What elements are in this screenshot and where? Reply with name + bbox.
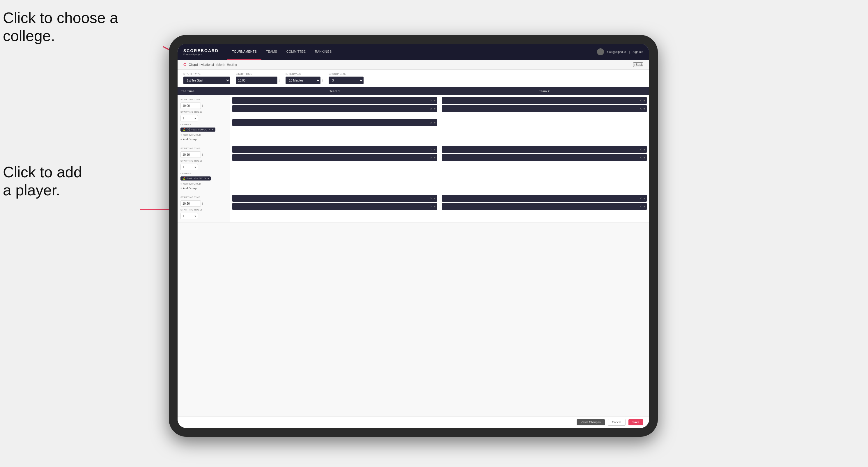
course-slot-x-1[interactable]: ✕ (430, 121, 432, 124)
player-slot-3-2[interactable]: ✕ ▾ (232, 203, 437, 210)
starting-time-input-1[interactable] (181, 102, 201, 109)
hole-chevron-1: ▾ (194, 117, 196, 120)
start-type-group: Start Type 1st Tee Start (183, 72, 230, 84)
brand-sub: Powered by clippd (183, 53, 219, 56)
time-input-row-2: ℹ (181, 151, 227, 158)
slot-x-btn-2-1[interactable]: ✕ (430, 148, 432, 151)
course-label-1: COURSE: (181, 123, 227, 126)
team1-col-2: ✕ ▾ ✕ ▾ (230, 144, 439, 193)
slot-chevron-btn-2-1[interactable]: ▾ (434, 148, 435, 151)
team2-slot-chevron-3-2[interactable]: ▾ (644, 205, 645, 208)
back-button[interactable]: ‹ Back (633, 62, 643, 67)
team2-slot-3-2[interactable]: ✕ ▾ (442, 203, 647, 210)
save-button[interactable]: Save (628, 419, 643, 425)
hole-value-3: 1 (183, 215, 184, 218)
slot-chevron-btn-1-1[interactable]: ▾ (434, 99, 435, 102)
team2-slot-x-3-2[interactable]: ✕ (640, 205, 642, 208)
annotation-add-player: Click to add a player. (3, 163, 82, 199)
group-size-select[interactable]: 3 (329, 76, 364, 84)
team2-slot-x-2-2[interactable]: ✕ (640, 156, 642, 159)
slot-chevron-btn-3-2[interactable]: ▾ (434, 205, 435, 208)
course-tag-2[interactable]: ⛳ East Lake GC ✕ ▾ (181, 177, 211, 181)
hole-select-2[interactable]: 1 ▾ (181, 164, 198, 170)
starting-time-input-2[interactable] (181, 151, 201, 158)
breadcrumb: C Clippd Invitational (Men) Hosting (183, 62, 237, 67)
nav-tournaments[interactable]: TOURNAMENTS (227, 44, 261, 60)
start-time-input[interactable] (236, 76, 277, 84)
tee-left-1: STARTING TIME: ℹ STARTING HOLE: 1 ▾ COUR… (178, 95, 230, 144)
slot-chevron-btn-1-2[interactable]: ▾ (434, 107, 435, 110)
team2-slot-chevron-2-1[interactable]: ▾ (644, 148, 645, 151)
course-chevron-2[interactable]: ▾ (208, 177, 209, 180)
intervals-select[interactable]: 10 Minutes (285, 76, 320, 84)
team2-slot-chevron-1-2[interactable]: ▾ (644, 107, 645, 110)
time-input-row-3: ℹ (181, 200, 227, 207)
nav-rankings[interactable]: RANKINGS (310, 44, 336, 60)
team2-slot-chevron-3-1[interactable]: ▾ (644, 197, 645, 200)
team2-col-2: ✕ ▾ ✕ ▾ (439, 144, 649, 193)
team2-slot-3-1[interactable]: ✕ ▾ (442, 195, 647, 202)
slot-x-btn-1-2[interactable]: ✕ (430, 107, 432, 110)
separator: | (629, 50, 630, 54)
starting-time-label-2: STARTING TIME: (181, 147, 227, 150)
tablet-device: SCOREBOARD Powered by clippd TOURNAMENTS… (169, 35, 658, 437)
sign-out-link[interactable]: Sign out (632, 50, 643, 54)
hole-select-3[interactable]: 1 ▾ (181, 213, 198, 219)
add-icon-2: + (181, 187, 182, 190)
th-team2: Team 2 (439, 87, 649, 95)
course-chevron-1[interactable]: ▾ (212, 128, 214, 131)
remove-group-btn-1[interactable]: ○ Remove Group (181, 133, 227, 136)
team2-slot-x-1-1[interactable]: ✕ (640, 99, 642, 102)
course-tag-1[interactable]: ⛳ (A) Peachtree GC ✕ ▾ (181, 127, 215, 132)
time-input-row-1: ℹ (181, 102, 227, 109)
team1-col-1: ✕ ▾ ✕ ▾ ✕ ▾ (230, 95, 439, 144)
team2-slot-chevron-2-2[interactable]: ▾ (644, 156, 645, 159)
course-slot-chevron-1[interactable]: ▾ (434, 121, 435, 124)
annotation-choose-college: Click to choose a college. (3, 9, 118, 45)
add-group-btn-1[interactable]: + Add Group (181, 138, 227, 141)
slot-x-btn-2-2[interactable]: ✕ (430, 156, 432, 159)
team1-col-3: ✕ ▾ ✕ ▾ (230, 193, 439, 222)
team2-col-3: ✕ ▾ ✕ ▾ (439, 193, 649, 222)
intervals-group: Intervals 10 Minutes ℹ (285, 72, 323, 84)
team2-slot-x-3-1[interactable]: ✕ (640, 197, 642, 200)
th-tee-time: Tee Time (178, 87, 230, 95)
starting-hole-label-3: STARTING HOLE: (181, 209, 227, 211)
course-remove-x-2[interactable]: ✕ (204, 177, 206, 180)
brand-title: SCOREBOARD (183, 48, 219, 53)
team2-slot-2-1[interactable]: ✕ ▾ (442, 146, 647, 153)
player-slot-3-1[interactable]: ✕ ▾ (232, 195, 437, 202)
remove-group-btn-2[interactable]: ○ Remove Group (181, 182, 227, 185)
starting-time-input-3[interactable] (181, 200, 201, 207)
hole-chevron-2: ▾ (194, 166, 196, 169)
cancel-button[interactable]: Cancel (608, 419, 625, 426)
player-slot-1-1[interactable]: ✕ ▾ (232, 97, 437, 104)
slot-x-btn-1-1[interactable]: ✕ (430, 99, 432, 102)
team2-slot-x-2-1[interactable]: ✕ (640, 148, 642, 151)
slot-chevron-btn-3-1[interactable]: ▾ (434, 197, 435, 200)
hosting-label: Hosting (227, 63, 237, 66)
reset-button[interactable]: Reset Changes (577, 419, 605, 425)
nav-committee[interactable]: COMMITTEE (282, 44, 310, 60)
player-slot-2-1[interactable]: ✕ ▾ (232, 146, 437, 153)
slot-x-btn-3-2[interactable]: ✕ (430, 205, 432, 208)
time-info-icon-1: ℹ (202, 104, 203, 107)
course-slot-1[interactable]: ✕ ▾ (232, 119, 437, 126)
team2-slot-2-2[interactable]: ✕ ▾ (442, 154, 647, 161)
slot-chevron-btn-2-2[interactable]: ▾ (434, 156, 435, 159)
start-type-select[interactable]: 1st Tee Start (183, 76, 230, 84)
hole-select-1[interactable]: 1 ▾ (181, 115, 198, 121)
add-group-btn-2[interactable]: + Add Group (181, 187, 227, 190)
time-info-icon-2: ℹ (202, 153, 203, 156)
team2-slot-x-1-2[interactable]: ✕ (640, 107, 642, 110)
player-slot-2-2[interactable]: ✕ ▾ (232, 154, 437, 161)
nav-teams[interactable]: TEAMS (261, 44, 282, 60)
slot-x-btn-3-1[interactable]: ✕ (430, 197, 432, 200)
course-remove-x-1[interactable]: ✕ (209, 128, 211, 131)
team2-slot-chevron-1-1[interactable]: ▾ (644, 99, 645, 102)
player-slot-1-2[interactable]: ✕ ▾ (232, 105, 437, 112)
starting-time-label-3: STARTING TIME: (181, 196, 227, 198)
team2-slot-1-1[interactable]: ✕ ▾ (442, 97, 647, 104)
team2-slot-1-2[interactable]: ✕ ▾ (442, 105, 647, 112)
brand: SCOREBOARD Powered by clippd (183, 48, 219, 56)
